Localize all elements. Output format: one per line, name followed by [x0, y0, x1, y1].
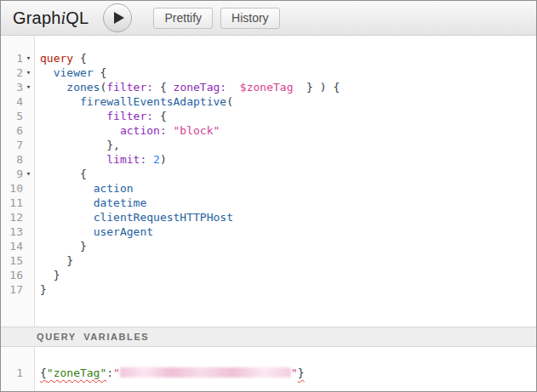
code-token — [40, 124, 120, 137]
gutter-row: 4 — [1, 94, 34, 109]
code-line: viewer { — [40, 65, 536, 80]
prettify-button[interactable]: Prettify — [153, 8, 213, 29]
code-token — [40, 225, 94, 238]
graphiql-window: GraphiQL Prettify History 1▾2▾3▾456789▾1… — [0, 0, 537, 392]
fold-spacer — [23, 152, 34, 167]
gutter-row: 9▾ — [1, 167, 34, 181]
gutter-row: 11 — [1, 196, 34, 210]
logo-text-graph: Graph — [13, 9, 61, 27]
fold-spacer — [23, 239, 34, 253]
code-line: query { — [40, 51, 536, 65]
code-line: clientRequestHTTPHost — [40, 210, 536, 224]
code-token: { — [94, 66, 107, 79]
code-token — [40, 153, 106, 166]
code-token: filter: — [106, 81, 153, 94]
gutter-row: 5 — [1, 109, 34, 123]
fold-spacer — [23, 123, 34, 138]
line-number: 11 — [1, 196, 23, 210]
code-line: {"zoneTag":""} — [40, 366, 536, 380]
code-token: "zoneTag" — [47, 366, 106, 379]
code-line: userAgent — [40, 224, 536, 239]
code-token: zones — [66, 81, 100, 94]
logo-text-ql: QL — [66, 9, 89, 27]
line-number: 7 — [1, 138, 23, 152]
code-line: } — [40, 253, 536, 268]
fold-spacer — [23, 109, 34, 123]
fold-arrow-icon[interactable]: ▾ — [23, 65, 34, 80]
line-number: 13 — [1, 224, 23, 239]
history-button[interactable]: History — [220, 8, 280, 29]
gutter-row: 1▾ — [1, 51, 34, 65]
fold-spacer — [23, 282, 34, 297]
code-line: }, — [40, 138, 536, 152]
code-token: datetime — [94, 196, 147, 209]
line-number: 1 — [1, 51, 23, 65]
line-number: 14 — [1, 239, 23, 253]
fold-arrow-icon[interactable]: ▾ — [23, 167, 34, 181]
query-editor-gutter: 1▾2▾3▾456789▾1011121314151617 — [1, 36, 35, 327]
gutter-row: 10 — [1, 181, 34, 196]
fold-spacer — [23, 94, 34, 109]
gutter-row: 13 — [1, 224, 34, 239]
code-token: } — [66, 254, 73, 267]
gutter-row: 16 — [1, 268, 34, 282]
query-variables-header[interactable]: QUERY VARIABLES — [1, 327, 536, 347]
code-token — [40, 182, 94, 195]
execute-query-button[interactable] — [103, 3, 132, 32]
line-number: 8 — [1, 152, 23, 167]
gutter-row: 8 — [1, 152, 34, 167]
code-token: zoneTag: — [174, 81, 227, 94]
line-number: 5 — [1, 109, 23, 123]
gutter-row: 15 — [1, 253, 34, 268]
code-line: action — [40, 181, 536, 196]
line-number: 15 — [1, 253, 23, 268]
code-token: $zoneTag — [240, 81, 294, 94]
code-line: zones(filter: { zoneTag: $zoneTag } ) { — [40, 80, 536, 94]
fold-spacer — [23, 224, 34, 239]
code-line: firewallEventsAdaptive( — [40, 94, 536, 109]
fold-spacer — [23, 210, 34, 224]
variables-editor-gutter: 1 — [1, 347, 35, 391]
line-number: 10 — [1, 181, 23, 196]
fold-spacer — [23, 253, 34, 268]
fold-spacer — [23, 268, 34, 282]
code-token: }, — [106, 139, 120, 151]
code-token — [40, 240, 80, 253]
fold-arrow-icon[interactable]: ▾ — [23, 80, 34, 94]
code-token — [40, 95, 80, 108]
code-token — [40, 168, 80, 180]
graphiql-logo: GraphiQL — [13, 9, 89, 28]
code-line: action: "block" — [40, 123, 536, 138]
variables-editor: 1 {"zoneTag":""} — [1, 347, 536, 391]
query-editor-code[interactable]: query { viewer { zones(filter: { zoneTag… — [35, 36, 536, 327]
code-token: } — [40, 283, 47, 296]
code-token: " — [291, 366, 298, 379]
fold-arrow-icon[interactable]: ▾ — [23, 51, 34, 65]
code-token — [40, 211, 94, 224]
line-number: 12 — [1, 210, 23, 224]
play-icon — [114, 12, 124, 24]
code-token — [146, 153, 153, 166]
gutter-row: 1 — [1, 366, 34, 380]
code-line: { — [40, 167, 536, 181]
line-number: 9 — [1, 167, 23, 181]
code-token — [40, 196, 94, 209]
code-token: firewallEventsAdaptive — [80, 95, 226, 108]
code-token: } — [298, 366, 305, 379]
code-token: } — [54, 269, 60, 281]
code-token — [167, 124, 174, 137]
line-number: 6 — [1, 123, 23, 138]
code-token: " — [113, 366, 120, 379]
code-line: datetime — [40, 196, 536, 210]
redacted-zone-tag-value — [120, 367, 291, 378]
line-number: 3 — [1, 80, 23, 94]
code-token: filter: — [106, 110, 153, 122]
variables-editor-code[interactable]: {"zoneTag":""} — [35, 347, 536, 391]
code-token — [40, 66, 54, 79]
fold-spacer — [23, 181, 34, 196]
code-token: userAgent — [94, 225, 153, 238]
code-token — [226, 81, 240, 94]
code-token: ) — [160, 153, 167, 166]
code-token: "block" — [174, 124, 220, 137]
fold-spacer — [23, 196, 34, 210]
